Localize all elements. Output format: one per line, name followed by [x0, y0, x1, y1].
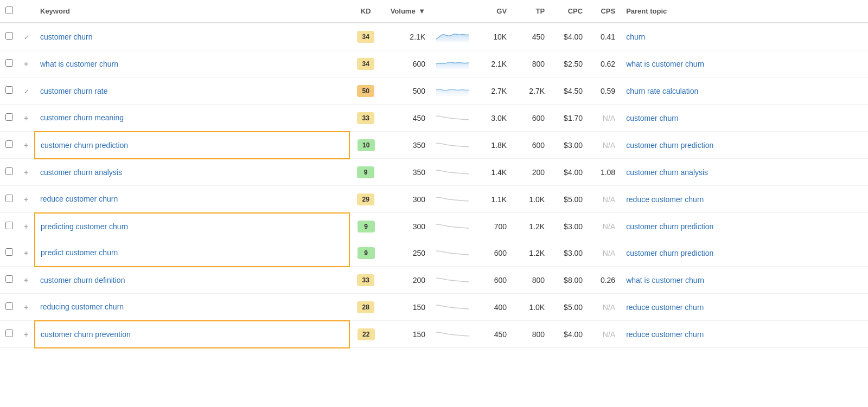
parent-topic-link[interactable]: what is customer churn [626, 60, 704, 68]
kd-badge: 28 [357, 301, 374, 313]
keyword-link[interactable]: reducing customer churn [40, 302, 124, 311]
row-checkbox-cell[interactable] [0, 240, 18, 267]
parent-topic-link[interactable]: customer churn prediction [626, 249, 713, 257]
row-checkbox-cell[interactable] [0, 321, 18, 348]
volume-cell: 300 [382, 186, 431, 213]
keyword-link[interactable]: customer churn rate [40, 87, 108, 95]
kd-cell: 10 [349, 132, 382, 159]
plus-icon: + [24, 114, 28, 122]
parent-topic-link[interactable]: churn rate calculation [626, 87, 698, 95]
row-checkbox[interactable] [5, 167, 13, 175]
parent-topic-link[interactable]: customer churn prediction [626, 222, 713, 231]
keyword-link[interactable]: customer churn meaning [40, 113, 124, 122]
kd-cell: 33 [349, 267, 382, 294]
keyword-link[interactable]: reduce customer churn [40, 195, 118, 203]
cps-cell: N/A [588, 132, 621, 159]
parent-topic-cell: what is customer churn [621, 267, 868, 294]
row-checkbox[interactable] [5, 140, 13, 148]
row-checkbox-cell[interactable] [0, 50, 18, 77]
row-checkbox-cell[interactable] [0, 23, 18, 50]
row-icon-cell: ✓ [18, 23, 35, 50]
cpc-cell: $1.70 [550, 105, 588, 132]
tp-cell: 2.7K [512, 77, 550, 105]
row-checkbox[interactable] [5, 330, 13, 337]
trend-cell [431, 159, 474, 186]
row-checkbox-cell[interactable] [0, 132, 18, 159]
parent-topic-link[interactable]: what is customer churn [626, 276, 704, 285]
keyword-link[interactable]: customer churn prediction [41, 141, 128, 150]
row-checkbox-cell[interactable] [0, 267, 18, 294]
row-icon-cell: + [18, 132, 35, 159]
parent-topic-link[interactable]: reduce customer churn [626, 303, 704, 312]
table-body: ✓ customer churn 34 2.1K 10K 450 $4.00 0… [0, 23, 868, 348]
volume-cell: 350 [382, 132, 431, 159]
row-checkbox-cell[interactable] [0, 159, 18, 186]
volume-cell: 300 [382, 213, 431, 240]
trend-header [431, 0, 474, 23]
row-icon-cell: + [18, 50, 35, 77]
row-checkbox-cell[interactable] [0, 77, 18, 105]
trend-cell [431, 50, 474, 77]
row-icon-cell: ✓ [18, 77, 35, 105]
row-checkbox-cell[interactable] [0, 186, 18, 213]
cpc-cell: $3.00 [550, 240, 588, 267]
row-checkbox[interactable] [5, 195, 13, 202]
kd-cell: 34 [349, 23, 382, 50]
cps-header: CPS [588, 0, 621, 23]
kd-badge: 29 [357, 193, 374, 205]
row-checkbox[interactable] [5, 86, 13, 94]
parent-topic-link[interactable]: customer churn [626, 114, 678, 122]
cps-cell: 0.26 [588, 267, 621, 294]
parent-topic-link[interactable]: churn [626, 33, 645, 41]
keyword-link[interactable]: customer churn [40, 33, 92, 41]
kd-cell: 34 [349, 50, 382, 77]
volume-header[interactable]: Volume ▼ [382, 0, 431, 23]
table-row: + customer churn analysis 9 350 1.4K 200… [0, 159, 868, 186]
row-checkbox-cell[interactable] [0, 105, 18, 132]
table-row: + customer churn prevention 22 150 450 8… [0, 321, 868, 348]
gv-cell: 2.1K [474, 50, 512, 77]
tp-cell: 800 [512, 267, 550, 294]
keyword-link[interactable]: customer churn analysis [40, 168, 122, 177]
cpc-cell: $3.00 [550, 213, 588, 240]
select-all-checkbox[interactable] [5, 7, 13, 14]
volume-cell: 450 [382, 105, 431, 132]
table-row: + customer churn prediction 10 350 1.8K … [0, 132, 868, 159]
parent-topic-link[interactable]: customer churn analysis [626, 168, 708, 177]
keyword-link[interactable]: what is customer churn [40, 60, 118, 68]
keyword-cell: predict customer churn [35, 240, 349, 267]
keywords-table-container: Keyword KD Volume ▼ GV TP CPC [0, 0, 868, 348]
gv-cell: 400 [474, 294, 512, 321]
row-checkbox[interactable] [5, 275, 13, 283]
parent-topic-link[interactable]: customer churn prediction [626, 141, 713, 150]
cpc-cell: $4.50 [550, 77, 588, 105]
trend-cell [431, 23, 474, 50]
row-checkbox[interactable] [5, 222, 13, 229]
trend-cell [431, 77, 474, 105]
gv-cell: 10K [474, 23, 512, 50]
row-checkbox[interactable] [5, 32, 13, 40]
row-checkbox-cell[interactable] [0, 213, 18, 240]
select-all-checkbox-header[interactable] [0, 0, 18, 23]
row-checkbox[interactable] [5, 113, 13, 121]
icon-header [18, 0, 35, 23]
keyword-link[interactable]: customer churn prevention [41, 330, 131, 339]
parent-topic-link[interactable]: reduce customer churn [626, 195, 704, 204]
parent-topic-cell: customer churn analysis [621, 159, 868, 186]
parent-topic-cell: reduce customer churn [621, 321, 868, 348]
keyword-link[interactable]: customer churn definition [40, 276, 125, 285]
row-checkbox[interactable] [5, 59, 13, 67]
keyword-link[interactable]: predict customer churn [41, 248, 118, 257]
table-row: + predicting customer churn 9 300 700 1.… [0, 213, 868, 240]
keyword-cell: customer churn definition [35, 267, 349, 294]
row-checkbox[interactable] [5, 302, 13, 310]
kd-cell: 22 [349, 321, 382, 348]
trend-cell [431, 240, 474, 267]
table-row: + customer churn definition 33 200 600 8… [0, 267, 868, 294]
row-checkbox-cell[interactable] [0, 294, 18, 321]
checkmark-icon: ✓ [24, 34, 29, 41]
row-checkbox[interactable] [5, 248, 13, 256]
keyword-link[interactable]: predicting customer churn [41, 222, 128, 231]
gv-cell: 1.4K [474, 159, 512, 186]
parent-topic-link[interactable]: reduce customer churn [626, 330, 704, 339]
